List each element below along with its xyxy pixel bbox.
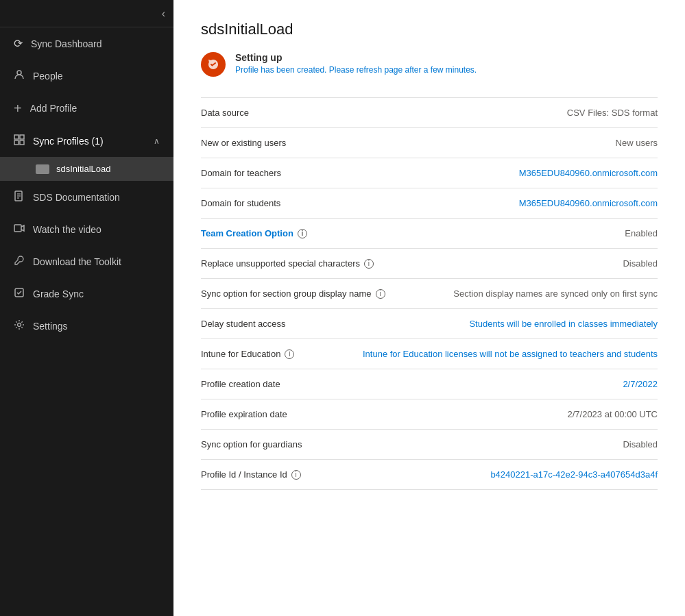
chevron-up-icon: ∧ [154,136,160,146]
info-icon-profile-id[interactable]: i [291,470,301,480]
info-label-new-or-existing-users: New or existing users [201,138,286,148]
sidebar-item-label: Settings [33,321,68,332]
info-label-intune-education: Intune for Educationi [201,349,294,359]
info-label-domain-students: Domain for students [201,198,280,208]
info-row-sync-section-group: Sync option for section group display na… [201,279,658,309]
svg-rect-3 [14,140,19,145]
sidebar-item-sync-dashboard[interactable]: ⟳ Sync Dashboard [0,27,173,60]
info-value-domain-students: M365EDU840960.onmicrosoft.com [519,198,658,208]
sidebar-item-add-profile[interactable]: + Add Profile [0,92,173,125]
info-value-sync-guardians: Disabled [623,439,658,449]
sidebar: ‹ ⟳ Sync Dashboard People + Add Profile … [0,0,173,616]
info-row-data-source: Data sourceCSV Files: SDS format [201,98,658,128]
info-row-domain-teachers: Domain for teachersM365EDU840960.onmicro… [201,158,658,188]
sync-icon: ⟳ [14,37,23,50]
person-icon [14,69,25,82]
info-row-sync-guardians: Sync option for guardiansDisabled [201,430,658,460]
info-row-team-creation: Team Creation OptioniEnabled [201,219,658,249]
info-row-profile-expiration-date: Profile expiration date2/7/2023 at 00:00… [201,399,658,430]
sub-item-label: sdsInitialLoad [56,164,111,174]
sidebar-header: ‹ [0,0,173,27]
info-row-intune-education: Intune for EducationiIntune for Educatio… [201,339,658,369]
info-icon-sync-section-group[interactable]: i [376,289,385,299]
status-label: Setting up [235,52,477,63]
info-label-data-source: Data source [201,108,249,118]
wrench-icon [14,255,25,268]
page-title: sdsInitialLoad [201,21,658,38]
sidebar-item-label: Download the Toolkit [33,256,121,267]
info-label-profile-expiration-date: Profile expiration date [201,409,287,419]
info-value-team-creation: Enabled [625,228,658,238]
info-row-replace-special: Replace unsupported special charactersiD… [201,249,658,279]
info-value-profile-creation-date: 2/7/2022 [623,379,658,389]
sidebar-item-grade-sync[interactable]: Grade Sync [0,278,173,310]
svg-rect-9 [14,225,21,232]
sidebar-subitem-sds-initial-load[interactable]: sdsInitialLoad [0,157,173,181]
info-label-delay-student: Delay student access [201,319,286,329]
svg-point-0 [17,71,21,75]
info-rows-container: Data sourceCSV Files: SDS formatNew or e… [201,98,658,490]
status-sublabel: Profile has been created. Please refresh… [235,65,477,75]
info-label-sync-section-group: Sync option for section group display na… [201,288,385,299]
video-icon [14,223,25,236]
info-label-team-creation: Team Creation Optioni [201,228,307,238]
sidebar-item-label: SDS Documentation [33,192,120,203]
sidebar-item-settings[interactable]: Settings [0,310,173,342]
info-icon-team-creation[interactable]: i [298,229,307,238]
info-label-profile-creation-date: Profile creation date [201,379,280,389]
sidebar-item-sds-documentation[interactable]: SDS Documentation [0,181,173,213]
svg-point-11 [18,323,21,327]
sidebar-item-people[interactable]: People [0,60,173,92]
grade-icon [14,287,25,300]
info-value-domain-teachers: M365EDU840960.onmicrosoft.com [519,168,658,178]
svg-rect-2 [20,135,24,139]
svg-rect-1 [14,135,19,139]
status-icon [201,52,226,77]
info-label-sync-guardians: Sync option for guardians [201,439,302,449]
sidebar-item-label: Sync Dashboard [31,38,102,49]
info-value-replace-special: Disabled [623,258,658,269]
info-icon-intune-education[interactable]: i [285,349,294,359]
svg-rect-4 [20,140,24,145]
info-icon-replace-special[interactable]: i [364,259,374,269]
info-label-profile-id: Profile Id / Instance Idi [201,469,301,480]
status-text: Setting up Profile has been created. Ple… [235,52,477,75]
status-bar: Setting up Profile has been created. Ple… [201,52,658,77]
info-row-profile-id: Profile Id / Instance Idib4240221-a17c-4… [201,460,658,490]
info-row-domain-students: Domain for studentsM365EDU840960.onmicro… [201,188,658,219]
info-label-domain-teachers: Domain for teachers [201,168,281,178]
sidebar-item-label: People [33,71,63,82]
info-value-data-source: CSV Files: SDS format [567,108,658,118]
info-row-delay-student: Delay student accessStudents will be enr… [201,309,658,339]
info-value-delay-student: Students will be enrolled in classes imm… [469,319,658,329]
sidebar-item-label: Watch the video [33,224,101,235]
sidebar-item-watch-video[interactable]: Watch the video [0,213,173,245]
info-value-new-or-existing-users: New users [616,138,658,148]
info-row-new-or-existing-users: New or existing usersNew users [201,128,658,158]
info-value-sync-section-group: Section display names are synced only on… [453,288,658,299]
sync-profiles-label: Sync Profiles (1) [33,136,104,147]
sidebar-item-label: Add Profile [30,103,77,114]
info-row-profile-creation-date: Profile creation date2/7/2022 [201,369,658,399]
sidebar-sync-profiles-section[interactable]: Sync Profiles (1) ∧ [0,125,173,157]
info-value-profile-id: b4240221-a17c-42e2-94c3-a407654d3a4f [490,469,658,480]
sidebar-item-label: Grade Sync [33,288,84,299]
doc-icon [14,190,25,204]
plus-icon: + [14,101,22,115]
info-value-profile-expiration-date: 2/7/2023 at 00:00 UTC [567,409,658,419]
table-icon [36,164,49,174]
sidebar-item-download-toolkit[interactable]: Download the Toolkit [0,245,173,278]
info-value-intune-education: Intune for Education licenses will not b… [363,349,658,359]
info-label-replace-special: Replace unsupported special charactersi [201,258,374,269]
gear-icon [14,319,25,332]
main-content: sdsInitialLoad Setting up Profile has be… [173,0,685,616]
grid-icon [14,134,25,147]
collapse-icon[interactable]: ‹ [162,8,165,20]
